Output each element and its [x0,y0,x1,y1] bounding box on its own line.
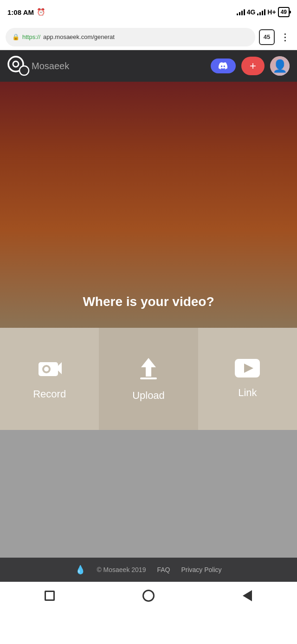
video-question-text: Where is your video? [83,294,214,309]
recent-apps-icon [45,591,55,601]
link-label: Link [238,387,257,399]
browser-menu-button[interactable]: ⋮ [278,30,291,45]
status-time: 1:08 AM ⏰ [7,8,45,16]
gray-content-area [0,430,297,558]
battery-level: 49 [281,9,287,15]
app-footer: 💧 © Mosaeek 2019 FAQ Privacy Policy [0,558,297,582]
network-type-2: H+ [267,8,276,16]
footer-copyright: © Mosaeek 2019 [97,566,146,573]
svg-point-2 [19,66,29,75]
lock-icon: 🔒 [12,33,19,40]
app-header: Mosaeek + [0,50,297,82]
discord-icon [218,62,228,70]
android-nav-bar [0,582,297,610]
nav-home-button[interactable] [140,587,157,604]
status-bar: 1:08 AM ⏰ 4G H+ 49 [0,0,297,24]
tab-count[interactable]: 45 [259,29,275,45]
nav-back-button[interactable] [239,587,256,604]
faq-link[interactable]: FAQ [157,566,170,573]
mosaeek-logo-svg [7,56,31,76]
signal-icon [237,9,245,15]
privacy-policy-link[interactable]: Privacy Policy [181,566,221,573]
time-text: 1:08 AM [7,8,34,16]
play-icon [235,359,260,381]
url-text: app.mosaeek.com/generat [43,33,115,40]
nav-recent-button[interactable] [41,587,58,604]
link-button[interactable]: Link [198,328,297,430]
https-label: https:// [22,33,40,40]
network-type: 4G [247,8,256,16]
user-avatar[interactable] [270,56,290,76]
logo-icon [7,56,28,76]
footer-drop-icon: 💧 [75,565,85,575]
signal-icon-2 [257,9,265,15]
back-icon [243,590,252,601]
battery-indicator: 49 [278,7,290,17]
action-buttons-row: Record Upload Link [0,328,297,430]
home-icon [142,590,155,602]
status-right: 4G H+ 49 [237,7,290,17]
url-bar[interactable]: 🔒 https:// app.mosaeek.com/generat [6,28,255,46]
record-label: Record [33,388,66,400]
upload-button[interactable]: Upload [99,328,198,430]
discord-button[interactable] [211,59,236,73]
alarm-icon: ⏰ [37,8,45,16]
svg-marker-7 [141,358,156,377]
svg-rect-8 [140,377,157,379]
upload-icon [136,356,161,384]
svg-marker-4 [58,362,62,374]
camera-icon [38,358,62,383]
address-bar: 🔒 https:// app.mosaeek.com/generat 45 ⋮ [0,24,297,50]
upload-label: Upload [132,390,165,402]
app-logo: Mosaeek [7,56,69,76]
create-button[interactable]: + [241,57,265,75]
svg-point-1 [13,61,19,67]
video-area: Where is your video? [0,82,297,328]
svg-point-6 [44,367,49,371]
avatar-image [270,56,290,76]
record-button[interactable]: Record [0,328,99,430]
app-name-text: Mosaeek [32,61,69,72]
